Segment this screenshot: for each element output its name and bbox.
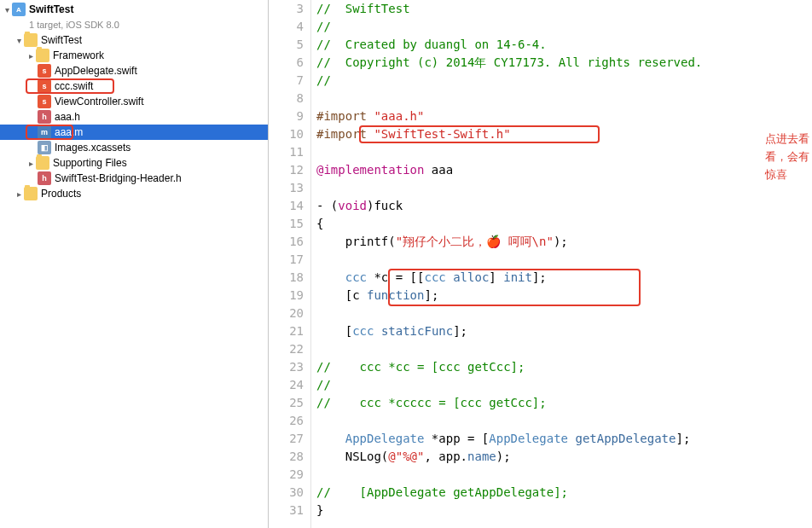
code-text: // ccc *cc = [ccc getCcc]; [316,360,525,374]
code-text: [c [316,288,367,302]
chevron-right-icon[interactable]: ▸ [14,189,24,199]
file-aaa-m[interactable]: m aaa.m [0,125,268,140]
project-name: SwiftTest [29,3,73,15]
project-root[interactable]: ▾ A SwiftTest [0,2,268,17]
code-text: // [316,378,331,392]
folder-label: Framework [53,49,104,61]
file-label: SwiftTest-Bridging-Header.h [55,172,182,184]
project-navigator[interactable]: ▾ A SwiftTest 1 target, iOS SDK 8.0 ▾ Sw… [0,0,269,528]
file-images-xcassets[interactable]: ◧ Images.xcassets [0,140,268,155]
code-text: )fuck [367,199,403,212]
code-text [316,270,345,284]
chevron-right-icon[interactable]: ▸ [26,51,36,61]
code-text: "aaa.h" [374,109,424,123]
file-label: aaa.m [55,126,83,138]
code-text: ); [496,450,511,463]
code-text [316,432,345,445]
code-text [316,143,812,161]
folder-supporting-files[interactable]: ▸ Supporting Files [0,155,268,171]
line-number-gutter: 3456789101112131415161718192021222324252… [269,0,311,528]
code-text: ]; [532,270,547,284]
implementation-file-icon: m [38,125,51,139]
code-text [374,324,380,338]
file-label: Images.xcassets [55,142,130,154]
code-text: [ [316,324,352,338]
code-text: AppDelegate [345,432,425,445]
file-viewcontroller[interactable]: s ViewController.swift [0,94,268,109]
code-text: // Copyright (c) 2014年 CY17173. All righ… [316,55,702,69]
code-text [316,90,812,107]
code-text: init [503,270,532,284]
code-text [316,251,812,269]
file-label: ViewController.swift [55,96,143,107]
folder-products[interactable]: ▸ Products [0,186,268,201]
code-text: *app = [ [424,432,489,445]
code-text: } [316,502,812,519]
code-text: // [316,73,331,87]
code-text: name [467,450,496,463]
code-text: // ccc *ccccc = [ccc getCcc]; [316,396,547,409]
code-text: , app. [424,450,467,463]
code-text: #import [316,127,374,141]
code-text: getAppDelegate [575,432,676,445]
code-text: ]; [453,324,467,338]
code-text [316,305,812,322]
code-text [446,270,453,284]
project-subtitle: 1 target, iOS SDK 8.0 [29,20,119,30]
code-text: #import [316,109,374,123]
code-text: NSLog( [316,450,388,463]
file-bridging-header[interactable]: h SwiftTest-Bridging-Header.h [0,171,268,186]
code-area[interactable]: // SwiftTest // // Created by duangl on … [311,0,812,528]
file-label: AppDelegate.swift [55,65,137,77]
file-label: aaa.h [55,111,80,123]
code-text: // [316,20,331,33]
folder-label: SwiftTest [41,34,82,46]
assets-icon: ◧ [38,141,51,154]
code-text: // Created by duangl on 14-6-4. [316,38,547,51]
folder-label: Products [41,188,81,200]
code-text: ] [489,270,503,284]
chevron-down-icon[interactable]: ▾ [2,5,12,15]
code-text: { [316,215,812,233]
chevron-right-icon[interactable]: ▸ [26,159,36,168]
folder-label: Supporting Files [53,157,127,169]
file-ccc[interactable]: s ccc.swift [0,78,268,94]
code-text: printf( [316,235,396,248]
code-text: aaa [424,163,453,177]
source-editor[interactable]: 3456789101112131415161718192021222324252… [269,0,812,528]
code-text: ]; [424,288,438,302]
annotation-text: 点进去看看，会有惊喜 [765,130,812,183]
xcode-project-icon: A [12,3,26,16]
code-text: @implementation [316,163,424,177]
file-appdelegate[interactable]: s AppDelegate.swift [0,63,268,78]
code-text: function [367,288,424,302]
code-text: void [338,199,367,212]
swift-file-icon: s [38,79,51,93]
code-text [316,179,812,197]
header-file-icon: h [38,110,51,124]
code-text: // [AppDelegate getAppDelegate]; [316,485,568,499]
code-text: AppDelegate [489,432,568,445]
code-text [316,340,812,358]
swift-file-icon: s [38,95,51,108]
code-text [316,412,812,430]
code-text: ]; [676,432,690,445]
folder-framework[interactable]: ▸ Framework [0,48,268,63]
folder-icon [24,187,38,200]
code-text: - ( [316,199,338,212]
folder-swifttest[interactable]: ▾ SwiftTest [0,32,268,48]
code-text: // SwiftTest [316,2,410,15]
chevron-down-icon[interactable]: ▾ [14,36,24,45]
folder-icon [36,49,49,62]
swift-file-icon: s [38,64,51,78]
code-text: alloc [453,270,489,284]
code-text: "SwiftTest-Swift.h" [374,127,510,141]
code-text [316,466,812,484]
code-text: ccc [352,324,374,338]
code-text: *c = [[ [367,270,424,284]
code-text: @"%@" [388,450,424,463]
code-text: "翔仔个小二比，🍎 呵呵\n" [396,235,554,248]
file-aaa-h[interactable]: h aaa.h [0,109,268,125]
file-label: ccc.swift [55,80,93,92]
code-text: ccc [424,270,445,284]
